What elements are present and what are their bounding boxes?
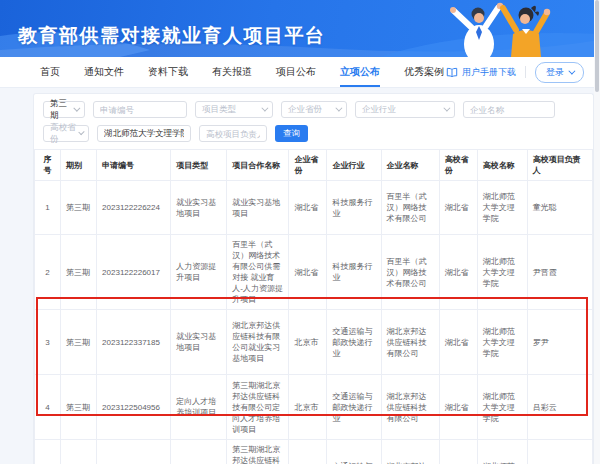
- nav-divider: [525, 66, 526, 78]
- nav-item-reports[interactable]: 有关报道: [212, 57, 252, 87]
- nav-right-group: 用户手册下载 登录: [446, 62, 600, 83]
- table-cell: 北京市: [289, 375, 327, 440]
- table-cell: 百里半（武汉）网络技术有限公司供需对接 就业育人-人力资源提升项目: [227, 235, 289, 310]
- scrollbar[interactable]: [594, 0, 600, 464]
- chevron-down-icon: [335, 105, 342, 112]
- company-industry-placeholder: 企业行业: [362, 104, 396, 116]
- table-cell: 1: [35, 181, 61, 235]
- table-cell: 湖北师范大学文理学院: [477, 235, 527, 310]
- table-cell: 北京市: [289, 440, 327, 464]
- table-cell: 湖北省: [289, 235, 327, 310]
- main-nav: 首页 通知文件 资料下载 有关报道 项目公布 立项公布 优秀案例 用户手册下载 …: [0, 57, 600, 88]
- table-cell: 第三期: [61, 235, 97, 310]
- table-cell: 北京市: [289, 310, 327, 375]
- book-icon: [446, 67, 458, 78]
- table-cell: 就业实习基地项目: [171, 310, 227, 375]
- chevron-down-icon: [261, 105, 268, 112]
- table-cell: 2023122337185: [97, 310, 171, 375]
- table-cell: 湖北师范大学文理学院: [477, 310, 527, 375]
- user-manual-label: 用户手册下载: [462, 66, 516, 79]
- nav-item-excellent-cases[interactable]: 优秀案例: [404, 57, 444, 87]
- nav-item-home[interactable]: 首页: [40, 57, 60, 87]
- table-cell: 2023122226017: [97, 235, 171, 310]
- col-header-company-name: 企业名称: [381, 150, 439, 181]
- table-cell: 就业实习基地项目: [227, 181, 289, 235]
- filter-row-1: 第三期 项目类型 企业省份 企业行业: [43, 101, 593, 118]
- nav-item-approval-announcement[interactable]: 立项公布: [340, 57, 380, 87]
- company-province-select[interactable]: 企业省份: [281, 101, 347, 118]
- table-cell: 定向人才培养培训项目: [171, 375, 227, 440]
- search-button[interactable]: 查询: [275, 125, 308, 142]
- table-cell: 湖北省: [439, 235, 477, 310]
- school-province-select[interactable]: 高校省份: [43, 125, 89, 142]
- table-cell: 3: [35, 310, 61, 375]
- table-cell: 科技服务行业: [327, 235, 381, 310]
- table-cell: 湖北师范大学文理学院: [477, 181, 527, 235]
- table-cell: 罗尹: [527, 310, 592, 375]
- filter-row-2: 高校省份 查询: [43, 125, 593, 142]
- table-cell: 甘伟: [527, 440, 592, 464]
- people-highfive-illustration: [394, 0, 594, 57]
- table-cell: 交通运输与邮政快递行业: [327, 440, 381, 464]
- col-header-company-province: 企业省份: [289, 150, 327, 181]
- table-cell: 科技服务行业: [327, 181, 381, 235]
- company-industry-select[interactable]: 企业行业: [355, 101, 455, 118]
- table-header: 序号 期别 申请编号 项目类型 项目合作名称 企业省份 企业行业 企业名称 高校…: [35, 150, 593, 181]
- table-cell: 百里半（武汉）网络技术有限公司: [381, 235, 439, 310]
- table-cell: 人力资源提升项目: [171, 235, 227, 310]
- table-cell: 湖北省: [439, 181, 477, 235]
- table-cell: 2023122250883: [97, 440, 171, 464]
- scrollbar-thumb[interactable]: [595, 0, 599, 92]
- school-province-placeholder: 高校省份: [50, 122, 78, 146]
- col-header-project-name: 项目合作名称: [227, 150, 289, 181]
- school-name-input[interactable]: [97, 125, 191, 142]
- nav-item-notices[interactable]: 通知文件: [84, 57, 124, 87]
- table-cell: 2: [35, 235, 61, 310]
- table-row: 5第三期2023122250883重点群体就业帮扶项目第三期湖北京邦达供应链科技…: [35, 440, 593, 464]
- chevron-down-icon: [74, 105, 81, 112]
- project-type-select[interactable]: 项目类型: [195, 101, 273, 118]
- table-cell: 湖北师范大学文理学院: [477, 440, 527, 464]
- login-label: 登录: [546, 66, 564, 79]
- table-cell: 就业实习基地项目: [171, 181, 227, 235]
- login-button[interactable]: 登录: [535, 62, 584, 83]
- table-cell: 百里半（武汉）网络技术有限公司: [381, 181, 439, 235]
- filter-bar: 第三期 项目类型 企业省份 企业行业 高校省份: [34, 94, 593, 142]
- table-cell: 湖北省: [439, 310, 477, 375]
- company-name-input[interactable]: [463, 101, 555, 118]
- table-cell: 湖北京邦达供应链科技有限公司: [381, 440, 439, 464]
- table-body: 1第三期2023122226224就业实习基地项目就业实习基地项目湖北省科技服务…: [35, 181, 593, 464]
- application-number-input[interactable]: [93, 101, 187, 118]
- table-cell: 第三期湖北京邦达供应链科技有限公司定向人才培养培训项目: [227, 375, 289, 440]
- col-header-application-number: 申请编号: [97, 150, 171, 181]
- table-cell: 4: [35, 375, 61, 440]
- project-type-placeholder: 项目类型: [202, 104, 236, 116]
- chevron-down-icon: [78, 129, 85, 136]
- company-province-placeholder: 企业省份: [288, 104, 322, 116]
- col-header-school-name: 高校名称: [477, 150, 527, 181]
- nav-item-downloads[interactable]: 资料下载: [148, 57, 188, 87]
- user-manual-download-link[interactable]: 用户手册下载: [446, 66, 516, 79]
- table-cell: 重点群体就业帮扶项目: [171, 440, 227, 464]
- phase-select[interactable]: 第三期: [43, 101, 85, 118]
- table-cell: 尹晋霞: [527, 235, 592, 310]
- table-cell: 湖北京邦达供应链科技有限公司: [381, 375, 439, 440]
- table-cell: 2023122226224: [97, 181, 171, 235]
- table-cell: 湖北京邦达供应链科技有限公司就业实习基地项目: [227, 310, 289, 375]
- table-cell: 湖北省: [439, 440, 477, 464]
- school-leader-input[interactable]: [199, 125, 267, 142]
- table-cell: 吕彩云: [527, 375, 592, 440]
- chevron-down-icon: [443, 105, 450, 112]
- page-title: 教育部供需对接就业育人项目平台: [18, 23, 326, 49]
- table-cell: 湖北省: [439, 375, 477, 440]
- table-cell: 第三期: [61, 310, 97, 375]
- table-cell: 第三期湖北京邦达供应链科技有限公司供需对接就业育人重点群体就业帮扶项目: [227, 440, 289, 464]
- col-header-school-province: 高校省份: [439, 150, 477, 181]
- nav-item-project-announcement[interactable]: 项目公布: [276, 57, 316, 87]
- projects-table: 序号 期别 申请编号 项目类型 项目合作名称 企业省份 企业行业 企业名称 高校…: [34, 149, 593, 464]
- table-cell: 第三期: [61, 181, 97, 235]
- table-cell: 5: [35, 440, 61, 464]
- table-cell: 第三期: [61, 440, 97, 464]
- table-row: 2第三期2023122226017人力资源提升项目百里半（武汉）网络技术有限公司…: [35, 235, 593, 310]
- table-cell: 交通运输与邮政快递行业: [327, 375, 381, 440]
